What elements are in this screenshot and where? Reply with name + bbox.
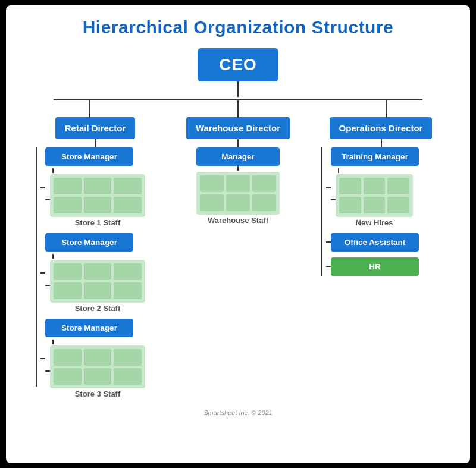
ceo-row: CEO	[198, 48, 278, 97]
store-manager-2-node: Store Manager	[45, 233, 133, 252]
store3-staff-label: Store 3 Staff	[75, 390, 121, 398]
page: Hierarchical Organization Structure CEO …	[6, 5, 470, 463]
store2-staff-grid	[50, 260, 145, 303]
training-manager-row: Training Manager New	[326, 147, 419, 227]
ops-col: Operations Director Training Manager	[321, 117, 440, 276]
tick1	[40, 187, 45, 188]
warehouse-manager-node: Manager	[196, 147, 280, 166]
newhires-grid	[336, 174, 413, 217]
ops-bracket-items: Training Manager New	[326, 147, 419, 276]
warehouse-staff-grid	[196, 172, 280, 215]
store3-staff-grid	[50, 345, 145, 388]
page-title: Hierarchical Organization Structure	[83, 17, 394, 37]
store-manager-1-row: Store Manager Store	[40, 147, 145, 227]
ops-children: Training Manager New	[321, 147, 419, 276]
retail-col: Retail Director Store Manager	[36, 117, 155, 398]
ops-tick2	[326, 241, 331, 243]
store1-staff-wrap: Store 1 Staff	[50, 174, 145, 227]
hr-node: HR	[331, 257, 419, 276]
warehouse-director-node: Warehouse Director	[186, 117, 290, 139]
ops-tick3	[326, 266, 331, 267]
retail-director-node: Retail Director	[55, 117, 136, 139]
ops-director-node: Operations Director	[330, 117, 433, 139]
store-manager-3-row: Store Manager Store	[40, 319, 145, 398]
tick3	[40, 358, 45, 359]
store2-staff-label: Store 2 Staff	[75, 304, 121, 313]
ops-bracket-line	[321, 147, 322, 276]
retail-bracket-line	[36, 147, 37, 387]
org-chart: CEO Retail Director	[18, 48, 458, 398]
store1-staff-label: Store 1 Staff	[75, 218, 121, 227]
office-assistant-node: Office Assistant	[331, 233, 419, 252]
store1-staff-grid	[50, 174, 145, 217]
store3-staff-wrap: Store 3 Staff	[50, 345, 145, 398]
hr-row: HR	[326, 257, 419, 276]
footer-text: Smartsheet Inc. © 2021	[203, 409, 273, 416]
retail-children: Store Manager Store	[36, 147, 145, 398]
store-manager-2-row: Store Manager Store	[40, 233, 145, 313]
store2-staff-wrap: Store 2 Staff	[50, 260, 145, 313]
director-row: Retail Director Store Manager	[36, 117, 440, 398]
retail-bracket-items: Store Manager Store	[40, 147, 145, 398]
ceo-node: CEO	[198, 48, 278, 81]
warehouse-staff-wrap: Warehouse Staff	[196, 172, 280, 225]
newhires-label: New Hires	[356, 218, 393, 227]
warehouse-col: Warehouse Director Manager Warehouse Sta…	[184, 117, 292, 225]
office-assistant-row: Office Assistant	[326, 233, 419, 252]
store-manager-1-node: Store Manager	[45, 147, 133, 166]
newhires-wrap: New Hires	[336, 174, 413, 227]
store-manager-3-node: Store Manager	[45, 319, 133, 337]
ops-tick1	[326, 187, 331, 188]
training-manager-node: Training Manager	[331, 147, 419, 166]
tick2	[40, 272, 45, 274]
h-connector-bar	[54, 99, 422, 100]
warehouse-staff-label: Warehouse Staff	[208, 216, 268, 225]
